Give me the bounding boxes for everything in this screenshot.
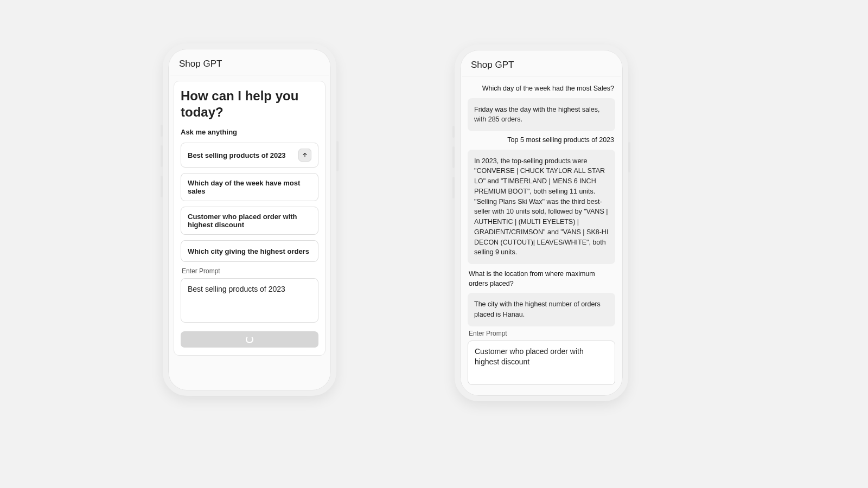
prompt-input[interactable] <box>181 278 318 323</box>
prompt-section: Enter Prompt Submit <box>462 330 621 394</box>
suggestion-label: Customer who placed order with highest d… <box>188 213 311 229</box>
page-title: How can I help you today? <box>181 88 318 120</box>
bot-message: In 2023, the top-selling products were "… <box>468 150 615 265</box>
phone-mockup-left: Shop GPT How can I help you today? Ask m… <box>163 43 336 396</box>
suggestion-highest-discount[interactable]: Customer who placed order with highest d… <box>181 207 318 235</box>
welcome-card: How can I help you today? Ask me anythin… <box>174 81 326 356</box>
app-header: Shop GPT <box>170 51 329 75</box>
suggestion-label: Which city giving the highest orders <box>188 247 309 255</box>
suggestion-day-most-sales[interactable]: Which day of the week have most sales <box>181 173 318 201</box>
suggestion-best-selling[interactable]: Best selling products of 2023 <box>181 143 318 168</box>
user-message: What is the location from where maximum … <box>469 269 614 288</box>
page-subtitle: Ask me anything <box>181 128 318 136</box>
suggestion-label: Which day of the week have most sales <box>188 179 311 195</box>
prompt-input[interactable] <box>468 341 615 385</box>
spinner-icon <box>246 336 253 343</box>
arrow-up-icon[interactable] <box>298 149 311 162</box>
submit-button-loading[interactable] <box>181 331 318 348</box>
submit-button[interactable]: Submit <box>468 394 615 394</box>
prompt-label: Enter Prompt <box>469 330 615 337</box>
user-message: Top 5 most selling products of 2023 <box>469 136 614 145</box>
suggestion-label: Best selling products of 2023 <box>188 151 286 159</box>
chat-area: Which day of the week had the most Sales… <box>462 76 621 326</box>
app-header: Shop GPT <box>462 52 621 76</box>
phone-mockup-right: Shop GPT Which day of the week had the m… <box>455 44 628 401</box>
user-message: Which day of the week had the most Sales… <box>469 84 614 94</box>
screen-left: Shop GPT How can I help you today? Ask m… <box>170 51 329 388</box>
bot-message: The city with the highest number of orde… <box>468 293 615 326</box>
prompt-label: Enter Prompt <box>182 267 318 275</box>
screen-right: Shop GPT Which day of the week had the m… <box>462 52 621 394</box>
suggestion-city-highest-orders[interactable]: Which city giving the highest orders <box>181 240 318 262</box>
bot-message: Friday was the day with the highest sale… <box>468 98 615 132</box>
